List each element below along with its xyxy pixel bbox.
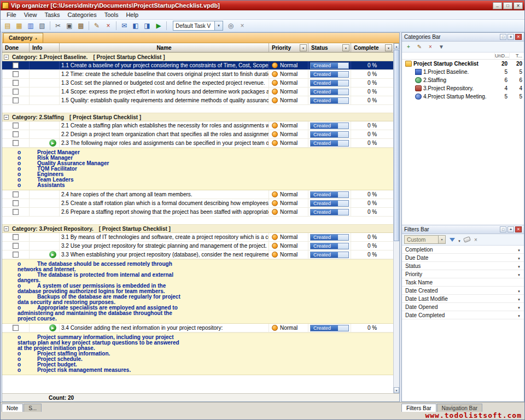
tab-category[interactable]: Category bbox=[3, 33, 43, 43]
column-header-complete[interactable]: Complete bbox=[351, 43, 393, 52]
float-panel-button[interactable] bbox=[500, 34, 506, 40]
category-tree-item[interactable]: 4.Project Startup Meeting.55 bbox=[402, 92, 524, 101]
task-row[interactable]: 2.5 Create a staff rotation plan which i… bbox=[2, 199, 393, 208]
priority-filter-dropdown[interactable] bbox=[300, 44, 307, 51]
remove-filter-button[interactable]: × bbox=[472, 237, 480, 243]
task-type-combo[interactable]: Default Task V bbox=[173, 21, 223, 31]
filter-row-date-created[interactable]: Date Created bbox=[402, 287, 524, 295]
column-header-status[interactable]: Status bbox=[308, 43, 351, 52]
task-done-checkbox[interactable] bbox=[13, 62, 19, 68]
filter-row-date-opened[interactable]: Date Opened bbox=[402, 303, 524, 311]
task-done-checkbox[interactable] bbox=[13, 131, 19, 137]
scroll-up-button[interactable] bbox=[394, 43, 399, 49]
close-panel-button[interactable] bbox=[515, 226, 522, 232]
add-category-button[interactable]: + bbox=[404, 43, 413, 51]
task-done-checkbox[interactable] bbox=[13, 71, 19, 77]
group-header[interactable]: Category: 3.Project Repository.[ Project… bbox=[2, 224, 393, 233]
filter-row-task-name[interactable]: Task Name bbox=[402, 278, 524, 287]
task-row[interactable]: 3.3 When establishing your project repos… bbox=[2, 250, 393, 259]
delete-task-button[interactable]: × bbox=[103, 20, 114, 31]
task-done-checkbox[interactable] bbox=[13, 200, 19, 206]
category-tree-item[interactable]: Project Startup Checklist2020 bbox=[402, 60, 524, 68]
chevron-down-icon[interactable] bbox=[515, 247, 523, 253]
column-header-done[interactable]: Done bbox=[2, 43, 30, 52]
tab-navigation-bar[interactable]: Navigation Bar bbox=[437, 404, 483, 412]
task-done-checkbox[interactable] bbox=[13, 234, 19, 240]
chevron-down-icon[interactable] bbox=[515, 271, 523, 277]
save-button[interactable]: ▥ bbox=[25, 20, 36, 31]
clear-filter-icon[interactable] bbox=[463, 236, 471, 243]
category-tree-item[interactable]: 1.Project Baseline.55 bbox=[402, 68, 524, 76]
task-row[interactable]: 3.4 Consider adding the next information… bbox=[2, 324, 393, 332]
task-row[interactable]: 3.2 Use your project repository for stra… bbox=[2, 242, 393, 250]
tab-s[interactable]: S... bbox=[24, 404, 42, 412]
category-tree-item[interactable]: 2.Staffing66 bbox=[402, 76, 524, 84]
task-done-checkbox[interactable] bbox=[13, 140, 19, 146]
export-button[interactable]: ◧ bbox=[130, 20, 141, 31]
filter-row-completion[interactable]: Completion bbox=[402, 246, 524, 254]
task-row[interactable]: 2.1 Create a staffing plan which establi… bbox=[2, 121, 393, 130]
maximize-button[interactable] bbox=[503, 2, 512, 9]
menu-view[interactable]: View bbox=[20, 11, 41, 19]
task-row[interactable]: 2.2 Design a project team organization c… bbox=[2, 130, 393, 139]
vertical-scrollbar[interactable] bbox=[393, 43, 399, 393]
copy-button[interactable]: ▣ bbox=[64, 20, 75, 31]
task-row[interactable]: 2.6 Prepare a staffing report showing th… bbox=[2, 208, 393, 217]
status-filter-dropdown[interactable] bbox=[342, 44, 349, 51]
new-task-button[interactable]: ▤ bbox=[2, 20, 13, 31]
filter-options-dropdown[interactable] bbox=[457, 235, 462, 244]
menu-file[interactable]: File bbox=[3, 11, 20, 19]
open-file-button[interactable]: ▦ bbox=[14, 20, 25, 31]
task-row[interactable]: 1.5 Quality: establish quality requireme… bbox=[2, 96, 393, 105]
tab-filters-bar[interactable]: Filters Bar bbox=[401, 404, 436, 412]
menu-tasks[interactable]: Tasks bbox=[40, 11, 63, 19]
edit-task-button[interactable]: ✎ bbox=[91, 20, 102, 31]
task-done-checkbox[interactable] bbox=[13, 80, 19, 86]
filter-row-date-completed[interactable]: Date Completed bbox=[402, 311, 524, 319]
task-done-checkbox[interactable] bbox=[13, 252, 19, 258]
task-done-checkbox[interactable] bbox=[13, 89, 19, 95]
email-button[interactable]: ✉ bbox=[119, 20, 130, 31]
column-header-info[interactable]: Info bbox=[30, 43, 60, 52]
task-done-checkbox[interactable] bbox=[13, 325, 19, 331]
group-header[interactable]: Category: 1.Project Baseline.[ Project S… bbox=[2, 52, 393, 61]
chevron-down-icon[interactable] bbox=[515, 263, 523, 269]
category-tree-item[interactable]: 3.Project Repository.44 bbox=[402, 84, 524, 92]
collapse-group-icon[interactable] bbox=[4, 115, 9, 120]
chevron-down-icon[interactable] bbox=[515, 312, 523, 318]
column-header-name[interactable]: Name bbox=[60, 43, 269, 52]
chevron-down-icon[interactable] bbox=[515, 304, 523, 310]
task-row[interactable]: 1.1 Create a baseline of your project co… bbox=[2, 61, 393, 70]
chevron-down-icon[interactable] bbox=[515, 296, 523, 302]
filter-icon[interactable] bbox=[450, 238, 455, 242]
cut-button[interactable]: ✂ bbox=[52, 20, 63, 31]
task-row[interactable]: 1.2 Time: create the schedule baseline t… bbox=[2, 70, 393, 79]
chevron-down-icon[interactable] bbox=[438, 236, 445, 243]
column-header-total[interactable]: T... bbox=[509, 53, 524, 59]
task-row[interactable]: 1.4 Scope: express the project effort in… bbox=[2, 88, 393, 96]
menu-categories[interactable]: Categories bbox=[64, 11, 101, 19]
task-row[interactable]: 2.4 hare copies of the chart among all t… bbox=[2, 190, 393, 199]
task-row[interactable]: 2.3 The following major roles and assign… bbox=[2, 139, 393, 148]
print-button[interactable]: ▧ bbox=[37, 20, 48, 31]
edit-category-button[interactable]: ✎ bbox=[415, 43, 424, 51]
task-done-checkbox[interactable] bbox=[13, 122, 19, 129]
menu-tools[interactable]: Tools bbox=[101, 11, 122, 19]
task-done-checkbox[interactable] bbox=[13, 191, 19, 197]
filter-preset-combo[interactable]: Custom bbox=[404, 235, 446, 244]
filter-row-due-date[interactable]: Due Date bbox=[402, 254, 524, 262]
group-header[interactable]: Category: 2.Staffing[ Project Startup Ch… bbox=[2, 113, 393, 121]
scrollbar-thumb[interactable] bbox=[394, 50, 399, 241]
menu-help[interactable]: Help bbox=[122, 11, 142, 19]
import-button[interactable]: ◨ bbox=[142, 20, 153, 31]
chevron-down-icon[interactable] bbox=[214, 21, 223, 30]
filter-row-priority[interactable]: Priority bbox=[402, 270, 524, 278]
tab-note[interactable]: Note bbox=[2, 404, 23, 412]
delete-category-button[interactable]: × bbox=[425, 43, 435, 51]
complete-filter-dropdown[interactable] bbox=[385, 44, 392, 51]
task-row[interactable]: 1.3 Cost: set the planned or budgeted co… bbox=[2, 79, 393, 88]
chevron-down-icon[interactable] bbox=[515, 288, 523, 294]
pin-panel-button[interactable] bbox=[508, 226, 514, 232]
scroll-down-button[interactable] bbox=[394, 387, 399, 393]
task-done-checkbox[interactable] bbox=[13, 97, 19, 103]
